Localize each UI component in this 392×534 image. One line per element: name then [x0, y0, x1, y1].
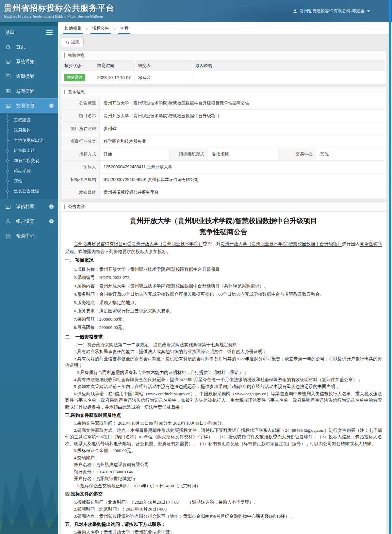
home-icon: [5, 44, 12, 50]
notice-paragraph: 3.采购内容：贵州开放大学（贵州职业技术学院)智慧校园数据中台升级项目（具体详见…: [65, 283, 382, 290]
notice-paragraph: 四.投标文件的递交: [65, 490, 382, 498]
notice-paragraph: 1.投标截止时间（北京时间）：2023年10月20日14：00 （逾期送达的，采…: [65, 499, 382, 506]
section-title: 基本信息: [68, 89, 85, 95]
notice-panel: 公告内容 贵州开放大学（贵州职业技术学院)智慧校园数据中台升级项目 竞争性磋商公…: [61, 202, 386, 534]
sidebar-subitem[interactable]: 已发公告处理: [0, 186, 58, 196]
info-cell: 招标方式 其他: [61, 148, 169, 160]
info-row-triple: 招标方式 其他 招标组织形式 委托招标 交易中心 其他: [61, 148, 386, 161]
breadcrumb-item-other-projects[interactable]: 其他项目: [63, 23, 83, 34]
user-menu[interactable]: 贵州弘典建设咨询有限公司-邓廷容: [293, 8, 370, 14]
notice-paragraph: 1.采购人名称：贵州开放大学（贵州职业技术学院）: [65, 529, 382, 534]
basic-rows-bottom: 招标人 125200004292480411 贵州开放大学 招标代理机构 915…: [61, 161, 386, 199]
sidebar-subitem[interactable]: 工程建设: [0, 115, 58, 125]
sidebar-subitem[interactable]: 土地使用权出让: [0, 135, 58, 145]
sidebar-item-publish-reminder[interactable]: 发布提醒: [0, 84, 58, 98]
platform-subtitle: GuiZhou Province Tendering and Bidding P…: [4, 14, 114, 18]
notice-paragraph: 6.供应商须承诺：在“信用中国”网站（www.creditchina.gov.c…: [65, 391, 382, 411]
info-value: 贵州省招标投标公共服务平台: [100, 186, 386, 199]
sidebar-subitem[interactable]: 矿业权出让: [0, 145, 58, 155]
sidebar-item-label: 诚信档案: [16, 204, 34, 210]
monitor-icon: [5, 58, 12, 65]
sidebar-item-label: 逾期提醒: [16, 73, 34, 79]
breadcrumb-item-view[interactable]: 查看: [118, 23, 130, 34]
sidebar-submenu: 工程建设政府采购土地使用权出让矿业权出让国有产权交易药品采购其他已发公告处理: [0, 113, 58, 199]
sidebar-subitem[interactable]: 其他: [0, 176, 58, 186]
sidebar-item-trade-info[interactable]: 交易信息: [0, 98, 58, 113]
notice-paragraph: 3.投标保证金金额：2000.00元。: [65, 447, 382, 454]
sidebar: 菜单 首页 系统通知 逾期提醒 发布提醒 交易信息: [0, 22, 58, 534]
notice-paragraph: 1.具有独立承担民事责任的能力：提供法人或其他组织的营业执照等证明文件，或自然人…: [65, 348, 382, 355]
breadcrumb-item-tender-notice[interactable]: 招标公告: [90, 23, 111, 34]
info-cell: 交易中心 其他: [278, 148, 386, 160]
user-icon: [293, 9, 298, 14]
sidebar-item-account-settings[interactable]: 帐户设置: [0, 214, 58, 229]
notice-paragraph: 4.交纳账户：: [65, 455, 382, 461]
info-value: 125200004292480411 贵州开放大学: [100, 161, 386, 173]
info-row: 项目行业分类 科学研究和技术服务业: [61, 135, 386, 148]
sidebar-subitem[interactable]: 药品采购: [0, 166, 58, 176]
info-label: 项目所在区域: [61, 122, 100, 135]
info-label: 公告标题: [61, 97, 100, 109]
submitter-cell: 邓廷容: [135, 71, 192, 84]
notice-paragraph: 3.具备履行合同所必需的设备和专业技术能力的证明材料：自行提供证明材料（承诺）；: [65, 369, 382, 376]
sidebar-item-label: 帐户设置: [16, 218, 34, 224]
col-submitter: 提交人: [135, 60, 192, 71]
info-value: 委托招标: [208, 148, 277, 160]
verification-table: 核验状态 提交时间 提交人 原因说明 核验通过 2023-10-12 15:07…: [61, 60, 386, 84]
notice-paragraph: 7.采购预算：200000.00元。: [65, 316, 382, 323]
notice-paragraph: 5.投标保证金交纳截止时间：2023年10月20日14:00（北京时间）: [65, 483, 382, 490]
info-value: 其他: [100, 148, 169, 160]
info-label: 发布媒体: [61, 186, 100, 199]
sidebar-menu-header: 菜单: [0, 26, 58, 40]
info-value: 贵州开放大学（贵州职业技术学院)智慧校园数据中台升级项目竞争性磋商公告: [100, 97, 386, 109]
basic-info-section-header: 基本信息: [61, 87, 386, 97]
info-label: 招标人: [61, 161, 100, 173]
notice-paragraph: 2.采购编号：HDZB-2023-273: [65, 274, 382, 281]
chevron-down-circle-icon: [49, 103, 54, 108]
section-title: 核验信息: [68, 53, 85, 58]
info-row: 发布媒体 贵州省招标投标公共服务平台: [61, 186, 386, 199]
sidebar-subitem[interactable]: 国有产权交易: [0, 155, 58, 166]
verification-section-header: 核验信息: [61, 51, 386, 60]
notice-paragraph: 三.采购文件获取时间及地点: [65, 411, 382, 419]
sidebar-item-home[interactable]: 首页: [0, 40, 58, 54]
brand: 贵州省招标投标公共服务平台 GuiZhou Province Tendering…: [4, 3, 114, 18]
notice-paragraph: 二. 一般资格要求: [65, 333, 382, 341]
info-label: 项目行业分类: [61, 135, 100, 148]
reason-cell: [192, 71, 386, 84]
sidebar-item-label: 帮助中心: [16, 233, 34, 239]
scrollbar[interactable]: [389, 0, 391, 534]
sidebar-item-credit-archive[interactable]: 诚信档案: [0, 199, 58, 214]
basic-info-panel: 基本信息 公告标题 贵州开放大学（贵州职业技术学院)智慧校园数据中台升级项目竞争…: [61, 87, 386, 199]
section-title: 公告内容: [68, 204, 85, 210]
sidebar-item-help-center[interactable]: ? 帮助中心: [0, 229, 58, 243]
notice-paragraph: 6.服务要求：满足国家现行行业要求及采购人要求。: [65, 308, 382, 315]
info-value: 贵州开放大学（贵州职业技术学院)智慧校园数据中台升级项目: [100, 110, 386, 122]
notice-paragraph: 8.最高限价：200000.00元。: [65, 324, 382, 331]
section-marker: [64, 204, 65, 209]
verification-panel: 核验信息 核验状态 提交时间 提交人 原因说明 核验通过 2023-10-12 …: [61, 50, 386, 84]
notice-doc-title-line2: 竞争性磋商公告: [65, 227, 382, 238]
info-value: 贵州省: [100, 122, 386, 135]
user-name: 贵州弘典建设咨询有限公司-邓廷容: [300, 8, 365, 14]
hamburger-icon[interactable]: [46, 29, 53, 36]
list-box-icon: [5, 203, 12, 210]
breadcrumb-separator: >: [86, 26, 88, 31]
info-value: 科学研究和技术服务业: [100, 135, 386, 148]
breadcrumb: 其他项目 > 招标公告 > 查看: [58, 22, 389, 35]
basic-rows-top: 公告标题 贵州开放大学（贵州职业技术学院)智慧校园数据中台升级项目竞争性磋商公告…: [61, 97, 386, 148]
info-label: 招标方式: [61, 148, 100, 160]
sidebar-subitem[interactable]: 政府采购: [0, 125, 58, 135]
sidebar-item-overdue-reminder[interactable]: 逾期提醒: [0, 69, 58, 84]
info-value: 91520000722109905K 贵州弘典建设咨询有限公司: [100, 173, 386, 186]
back-button[interactable]: 返回: [61, 38, 84, 47]
back-icon: [65, 40, 70, 45]
sidebar-item-system-notice[interactable]: 系统通知: [0, 54, 58, 69]
notice-paragraph: 2.具有良好的商业信誉和健全的财务会计制度：提供经有资质的会计师事务所出具的20…: [65, 356, 382, 369]
status-badge: 核验通过: [64, 74, 85, 81]
notice-paragraph: 账户名称：贵州弘典建设咨询有限公司: [65, 461, 382, 468]
notice-paragraph: 4.具有依法缴纳税收和社会保障资金的良好记录：提供2023年1月至今任意一个月依…: [65, 377, 382, 383]
table-header-row: 核验状态 提交时间 提交人 原因说明: [61, 60, 386, 71]
notice-doc-title-line1: 贵州开放大学（贵州职业技术学院)智慧校园数据中台升级项目: [65, 216, 382, 227]
info-row: 公告标题 贵州开放大学（贵州职业技术学院)智慧校园数据中台升级项目竞争性磋商公告: [61, 97, 386, 110]
